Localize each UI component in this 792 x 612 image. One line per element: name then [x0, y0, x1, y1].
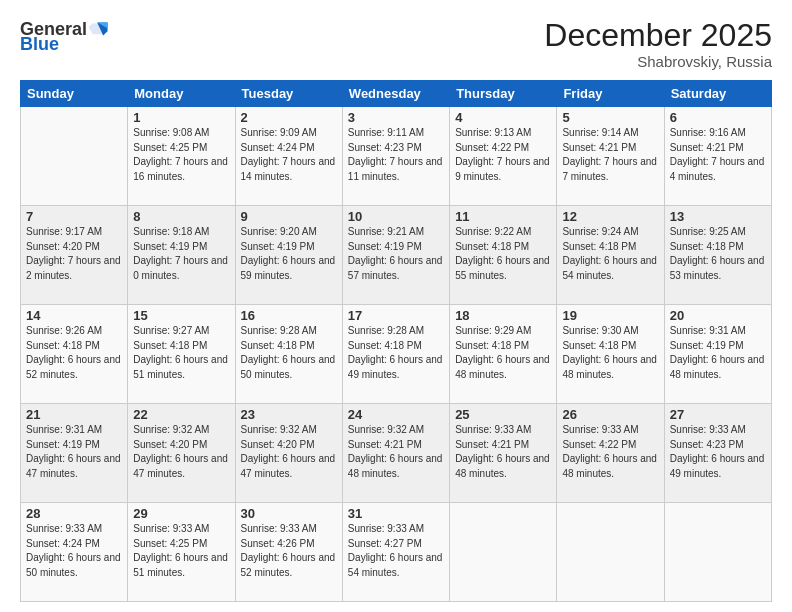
day-info: Sunrise: 9:29 AMSunset: 4:18 PMDaylight:…	[455, 324, 551, 382]
day-info: Sunrise: 9:26 AMSunset: 4:18 PMDaylight:…	[26, 324, 122, 382]
day-info: Sunrise: 9:32 AMSunset: 4:20 PMDaylight:…	[133, 423, 229, 481]
day-info: Sunrise: 9:33 AMSunset: 4:25 PMDaylight:…	[133, 522, 229, 580]
day-info: Sunrise: 9:30 AMSunset: 4:18 PMDaylight:…	[562, 324, 658, 382]
calendar-cell: 18Sunrise: 9:29 AMSunset: 4:18 PMDayligh…	[450, 305, 557, 404]
calendar-cell: 16Sunrise: 9:28 AMSunset: 4:18 PMDayligh…	[235, 305, 342, 404]
day-number: 29	[133, 506, 229, 521]
calendar-cell: 27Sunrise: 9:33 AMSunset: 4:23 PMDayligh…	[664, 404, 771, 503]
calendar-cell	[21, 107, 128, 206]
calendar: SundayMondayTuesdayWednesdayThursdayFrid…	[20, 80, 772, 602]
day-number: 23	[241, 407, 337, 422]
day-info: Sunrise: 9:33 AMSunset: 4:23 PMDaylight:…	[670, 423, 766, 481]
calendar-cell: 30Sunrise: 9:33 AMSunset: 4:26 PMDayligh…	[235, 503, 342, 602]
day-number: 26	[562, 407, 658, 422]
calendar-cell: 23Sunrise: 9:32 AMSunset: 4:20 PMDayligh…	[235, 404, 342, 503]
day-number: 16	[241, 308, 337, 323]
col-header-tuesday: Tuesday	[235, 81, 342, 107]
calendar-cell: 17Sunrise: 9:28 AMSunset: 4:18 PMDayligh…	[342, 305, 449, 404]
day-info: Sunrise: 9:08 AMSunset: 4:25 PMDaylight:…	[133, 126, 229, 184]
day-info: Sunrise: 9:33 AMSunset: 4:24 PMDaylight:…	[26, 522, 122, 580]
calendar-cell: 28Sunrise: 9:33 AMSunset: 4:24 PMDayligh…	[21, 503, 128, 602]
calendar-cell: 26Sunrise: 9:33 AMSunset: 4:22 PMDayligh…	[557, 404, 664, 503]
day-number: 21	[26, 407, 122, 422]
calendar-cell	[557, 503, 664, 602]
day-number: 19	[562, 308, 658, 323]
col-header-saturday: Saturday	[664, 81, 771, 107]
day-info: Sunrise: 9:24 AMSunset: 4:18 PMDaylight:…	[562, 225, 658, 283]
calendar-cell	[450, 503, 557, 602]
day-info: Sunrise: 9:27 AMSunset: 4:18 PMDaylight:…	[133, 324, 229, 382]
day-info: Sunrise: 9:25 AMSunset: 4:18 PMDaylight:…	[670, 225, 766, 283]
calendar-cell: 24Sunrise: 9:32 AMSunset: 4:21 PMDayligh…	[342, 404, 449, 503]
day-info: Sunrise: 9:13 AMSunset: 4:22 PMDaylight:…	[455, 126, 551, 184]
col-header-sunday: Sunday	[21, 81, 128, 107]
day-info: Sunrise: 9:32 AMSunset: 4:21 PMDaylight:…	[348, 423, 444, 481]
calendar-header-row: SundayMondayTuesdayWednesdayThursdayFrid…	[21, 81, 772, 107]
day-number: 18	[455, 308, 551, 323]
day-number: 4	[455, 110, 551, 125]
day-info: Sunrise: 9:31 AMSunset: 4:19 PMDaylight:…	[670, 324, 766, 382]
day-number: 24	[348, 407, 444, 422]
day-info: Sunrise: 9:32 AMSunset: 4:20 PMDaylight:…	[241, 423, 337, 481]
day-info: Sunrise: 9:33 AMSunset: 4:26 PMDaylight:…	[241, 522, 337, 580]
page: General Blue December 2025 Shabrovskiy, …	[0, 0, 792, 612]
day-number: 9	[241, 209, 337, 224]
calendar-cell: 15Sunrise: 9:27 AMSunset: 4:18 PMDayligh…	[128, 305, 235, 404]
header: General Blue December 2025 Shabrovskiy, …	[20, 18, 772, 70]
calendar-cell: 8Sunrise: 9:18 AMSunset: 4:19 PMDaylight…	[128, 206, 235, 305]
day-info: Sunrise: 9:33 AMSunset: 4:27 PMDaylight:…	[348, 522, 444, 580]
day-info: Sunrise: 9:33 AMSunset: 4:21 PMDaylight:…	[455, 423, 551, 481]
day-number: 1	[133, 110, 229, 125]
calendar-cell: 7Sunrise: 9:17 AMSunset: 4:20 PMDaylight…	[21, 206, 128, 305]
day-number: 25	[455, 407, 551, 422]
month-title: December 2025	[544, 18, 772, 53]
day-info: Sunrise: 9:17 AMSunset: 4:20 PMDaylight:…	[26, 225, 122, 283]
calendar-cell: 5Sunrise: 9:14 AMSunset: 4:21 PMDaylight…	[557, 107, 664, 206]
col-header-wednesday: Wednesday	[342, 81, 449, 107]
day-info: Sunrise: 9:28 AMSunset: 4:18 PMDaylight:…	[241, 324, 337, 382]
day-number: 7	[26, 209, 122, 224]
calendar-cell: 31Sunrise: 9:33 AMSunset: 4:27 PMDayligh…	[342, 503, 449, 602]
title-block: December 2025 Shabrovskiy, Russia	[544, 18, 772, 70]
day-number: 6	[670, 110, 766, 125]
week-row-3: 14Sunrise: 9:26 AMSunset: 4:18 PMDayligh…	[21, 305, 772, 404]
day-info: Sunrise: 9:28 AMSunset: 4:18 PMDaylight:…	[348, 324, 444, 382]
day-info: Sunrise: 9:22 AMSunset: 4:18 PMDaylight:…	[455, 225, 551, 283]
calendar-cell: 19Sunrise: 9:30 AMSunset: 4:18 PMDayligh…	[557, 305, 664, 404]
location: Shabrovskiy, Russia	[544, 53, 772, 70]
calendar-cell	[664, 503, 771, 602]
day-number: 20	[670, 308, 766, 323]
calendar-cell: 1Sunrise: 9:08 AMSunset: 4:25 PMDaylight…	[128, 107, 235, 206]
calendar-cell: 29Sunrise: 9:33 AMSunset: 4:25 PMDayligh…	[128, 503, 235, 602]
day-number: 14	[26, 308, 122, 323]
day-info: Sunrise: 9:33 AMSunset: 4:22 PMDaylight:…	[562, 423, 658, 481]
day-number: 5	[562, 110, 658, 125]
week-row-1: 1Sunrise: 9:08 AMSunset: 4:25 PMDaylight…	[21, 107, 772, 206]
day-number: 2	[241, 110, 337, 125]
day-number: 17	[348, 308, 444, 323]
day-number: 10	[348, 209, 444, 224]
day-info: Sunrise: 9:18 AMSunset: 4:19 PMDaylight:…	[133, 225, 229, 283]
day-number: 28	[26, 506, 122, 521]
day-number: 31	[348, 506, 444, 521]
calendar-cell: 13Sunrise: 9:25 AMSunset: 4:18 PMDayligh…	[664, 206, 771, 305]
calendar-cell: 6Sunrise: 9:16 AMSunset: 4:21 PMDaylight…	[664, 107, 771, 206]
day-number: 27	[670, 407, 766, 422]
day-number: 13	[670, 209, 766, 224]
calendar-cell: 25Sunrise: 9:33 AMSunset: 4:21 PMDayligh…	[450, 404, 557, 503]
calendar-cell: 14Sunrise: 9:26 AMSunset: 4:18 PMDayligh…	[21, 305, 128, 404]
week-row-2: 7Sunrise: 9:17 AMSunset: 4:20 PMDaylight…	[21, 206, 772, 305]
day-info: Sunrise: 9:31 AMSunset: 4:19 PMDaylight:…	[26, 423, 122, 481]
day-info: Sunrise: 9:11 AMSunset: 4:23 PMDaylight:…	[348, 126, 444, 184]
calendar-cell: 11Sunrise: 9:22 AMSunset: 4:18 PMDayligh…	[450, 206, 557, 305]
day-info: Sunrise: 9:20 AMSunset: 4:19 PMDaylight:…	[241, 225, 337, 283]
day-number: 15	[133, 308, 229, 323]
day-number: 30	[241, 506, 337, 521]
col-header-thursday: Thursday	[450, 81, 557, 107]
day-number: 11	[455, 209, 551, 224]
week-row-4: 21Sunrise: 9:31 AMSunset: 4:19 PMDayligh…	[21, 404, 772, 503]
calendar-cell: 20Sunrise: 9:31 AMSunset: 4:19 PMDayligh…	[664, 305, 771, 404]
calendar-cell: 10Sunrise: 9:21 AMSunset: 4:19 PMDayligh…	[342, 206, 449, 305]
col-header-friday: Friday	[557, 81, 664, 107]
day-number: 3	[348, 110, 444, 125]
